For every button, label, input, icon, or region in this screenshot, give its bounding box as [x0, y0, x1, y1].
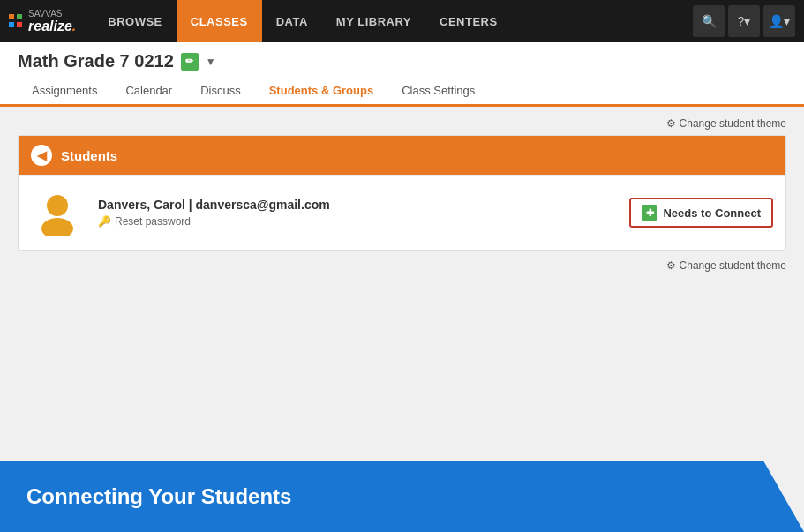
- logo: SAVVAS realize.: [9, 9, 76, 34]
- change-theme-icon-top: ⚙: [666, 117, 676, 130]
- student-name: Danvers, Carol | danversca@gmail.com: [98, 198, 629, 212]
- students-panel-header: ◀ Students: [19, 136, 785, 175]
- top-navigation: SAVVAS realize. BROWSE CLASSES DATA MY L…: [0, 0, 804, 42]
- search-button[interactable]: 🔍: [693, 5, 725, 37]
- needs-connect-button[interactable]: ✚ Needs to Connect: [629, 198, 773, 228]
- class-title: Math Grade 7 0212: [18, 51, 174, 71]
- change-theme-bottom[interactable]: ⚙ Change student theme: [666, 259, 786, 272]
- main-content: ⚙ Change student theme ◀ Students Danver…: [0, 107, 804, 282]
- students-header-title: Students: [61, 148, 117, 163]
- user-button[interactable]: 👤▾: [763, 5, 795, 37]
- nav-right-actions: 🔍 ?▾ 👤▾: [693, 5, 795, 37]
- student-avatar: [31, 186, 84, 239]
- change-theme-row-bottom: ⚙ Change student theme: [18, 259, 786, 272]
- help-button[interactable]: ?▾: [728, 5, 760, 37]
- change-theme-top[interactable]: ⚙ Change student theme: [666, 117, 786, 130]
- student-row: Danvers, Carol | danversca@gmail.com 🔑 R…: [19, 175, 785, 250]
- change-theme-row-top: ⚙ Change student theme: [18, 117, 786, 130]
- change-theme-label-top: Change student theme: [680, 117, 786, 130]
- nav-data[interactable]: DATA: [262, 0, 322, 42]
- tab-calendar[interactable]: Calendar: [111, 77, 186, 107]
- change-theme-icon-bottom: ⚙: [666, 259, 676, 272]
- svg-point-0: [47, 195, 68, 216]
- reset-password-label: Reset password: [115, 215, 191, 228]
- tab-assignments[interactable]: Assignments: [18, 77, 111, 107]
- class-header: Math Grade 7 0212 ✏ ▼ Assignments Calend…: [0, 42, 804, 107]
- logo-savvas: SAVVAS: [28, 9, 76, 19]
- bottom-banner-wrapper: Connecting Your Students: [0, 461, 804, 532]
- students-header-icon: ◀: [31, 145, 52, 166]
- nav-browse[interactable]: BROWSE: [94, 0, 177, 42]
- banner-text: Connecting Your Students: [26, 484, 291, 509]
- class-icon: ✏: [181, 53, 199, 71]
- nav-items: BROWSE CLASSES DATA MY LIBRARY CENTERS: [94, 0, 693, 42]
- student-info: Danvers, Carol | danversca@gmail.com 🔑 R…: [98, 198, 629, 228]
- nav-mylibrary[interactable]: MY LIBRARY: [322, 0, 425, 42]
- bottom-banner: Connecting Your Students: [0, 461, 804, 532]
- needs-connect-label: Needs to Connect: [663, 206, 761, 220]
- class-tabs: Assignments Calendar Discuss Students & …: [18, 77, 786, 104]
- tab-class-settings[interactable]: Class Settings: [387, 77, 489, 107]
- tab-discuss[interactable]: Discuss: [186, 77, 255, 107]
- needs-connect-icon: ✚: [642, 205, 657, 221]
- students-panel: ◀ Students Danvers, Carol | danversca@gm…: [18, 135, 786, 251]
- reset-password[interactable]: 🔑 Reset password: [98, 215, 629, 228]
- logo-realize: realize.: [28, 19, 76, 34]
- change-theme-label-bottom: Change student theme: [680, 259, 786, 272]
- nav-centers[interactable]: CENTERS: [425, 0, 512, 42]
- reset-password-icon: 🔑: [98, 215, 111, 228]
- svg-point-1: [41, 218, 73, 236]
- class-dropdown[interactable]: ▼: [206, 56, 216, 68]
- nav-classes[interactable]: CLASSES: [177, 0, 262, 42]
- tab-students-groups[interactable]: Students & Groups: [255, 77, 387, 107]
